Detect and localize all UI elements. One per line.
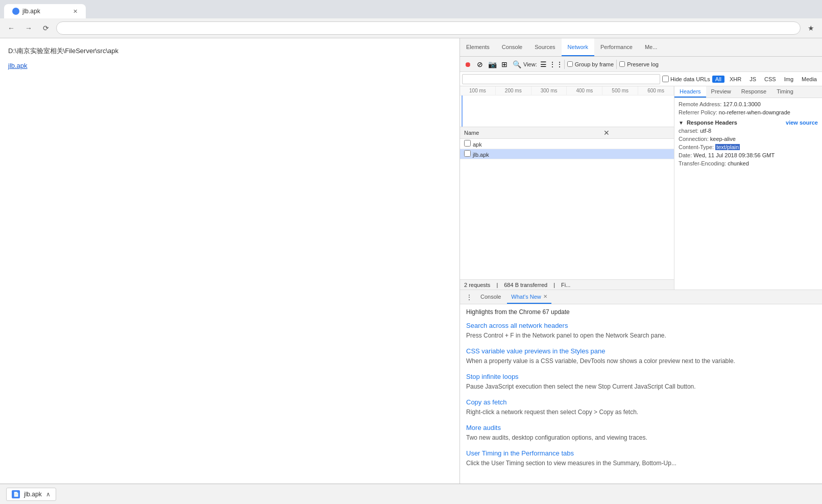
headers-content: Remote Address: 127.0.0.1:3000 Referrer … — [674, 98, 822, 172]
preserve-log-checkbox-group: Preserve log — [619, 61, 659, 67]
download-file-icon: 📄 — [12, 490, 20, 498]
bottom-menu-button[interactable]: ⋮ — [464, 292, 474, 302]
camera-button[interactable]: 📷 — [487, 59, 498, 70]
close-panel-button[interactable]: ✕ — [601, 129, 612, 137]
tab-timing[interactable]: Timing — [771, 86, 799, 98]
devtools-tab-bar: Elements Console Sources Network Perform… — [460, 38, 822, 57]
tab-sources[interactable]: Sources — [528, 38, 561, 56]
forward-button[interactable]: → — [21, 21, 36, 35]
filter-js-button[interactable]: JS — [746, 76, 759, 83]
whats-new-item-2: CSS variable value previews in the Style… — [466, 347, 816, 366]
bookmark-button[interactable]: ★ — [804, 21, 818, 35]
filter-bar: Hide data URLs All XHR JS CSS Img Media — [460, 72, 822, 86]
timeline-blue-line — [462, 95, 463, 127]
content-type-row: Content-Type: text/plain — [679, 144, 818, 150]
tab-network[interactable]: Network — [562, 38, 594, 56]
record-button[interactable]: ⏺ — [462, 59, 473, 70]
filter-input[interactable] — [462, 74, 660, 84]
tab-more[interactable]: Me... — [639, 38, 663, 56]
active-tab[interactable]: jlb.apk ✕ — [4, 4, 86, 18]
browser-chrome: jlb.apk ✕ ← → ⟳ 127.0.0.1:3000/apk ★ — [0, 0, 822, 38]
name-column-header: Name — [460, 127, 597, 139]
stop-button[interactable]: ⊘ — [474, 59, 486, 70]
date-key: Date: — [679, 152, 693, 158]
search-button[interactable]: 🔍 — [511, 59, 522, 70]
filter-button[interactable]: ⊞ — [499, 59, 510, 70]
network-right: Headers Preview Response Timing Remote A… — [674, 86, 822, 290]
charset-key: charset: — [679, 128, 700, 134]
hide-data-urls-group: Hide data URLs — [662, 76, 710, 82]
filter-media-button[interactable]: Media — [799, 76, 820, 83]
list-view-button[interactable]: ☰ — [538, 59, 549, 70]
whats-new-close-icon[interactable]: ✕ — [543, 294, 547, 299]
hide-data-urls-checkbox[interactable] — [662, 76, 669, 82]
transfer-encoding-value: chunked — [728, 160, 749, 166]
referrer-policy-value: no-referrer-when-downgrade — [719, 109, 790, 115]
whats-new-item-1-title[interactable]: Search across all network headers — [466, 322, 816, 329]
whats-new-item-6: User Timing in the Performance tabs Clic… — [466, 449, 816, 468]
whats-new-item-4: Copy as fetch Right-click a network requ… — [466, 398, 816, 417]
download-filename: jlb.apk — [24, 491, 42, 498]
status-fi: Fi... — [561, 282, 570, 288]
download-item[interactable]: 📄 jlb.apk ∧ — [6, 488, 56, 501]
bottom-tabs: ⋮ Console What's New ✕ — [460, 290, 822, 304]
tab-console[interactable]: Console — [496, 38, 528, 56]
content-type-value: text/plain — [715, 144, 740, 150]
connection-value: keep-alive — [710, 136, 736, 142]
whats-new-item-3-desc: Pause JavaScript execution then select t… — [466, 382, 816, 391]
charset-value: utf-8 — [700, 128, 711, 134]
address-input[interactable]: 127.0.0.1:3000/apk — [56, 21, 801, 35]
tab-close-button[interactable]: ✕ — [73, 8, 78, 15]
table-row-selected[interactable]: jlb.apk — [460, 149, 674, 159]
whats-new-item-4-title[interactable]: Copy as fetch — [466, 398, 816, 406]
request-name-apk: apk — [460, 139, 597, 149]
whats-new-item-5-desc: Two new audits, desktop configuration op… — [466, 433, 816, 442]
timeline-marker-200: 200 ms — [496, 86, 531, 95]
tab-elements[interactable]: Elements — [460, 38, 496, 56]
table-row[interactable]: apk — [460, 139, 674, 149]
row-checkbox-apk[interactable] — [464, 140, 471, 147]
devtools-panel: Elements Console Sources Network Perform… — [460, 38, 822, 484]
timeline-bar-area — [460, 95, 674, 127]
tab-console-bottom[interactable]: Console — [476, 290, 505, 304]
whats-new-item-2-title[interactable]: CSS variable value previews in the Style… — [466, 347, 816, 355]
content-type-key: Content-Type: — [679, 144, 715, 150]
whats-new-item-5-title[interactable]: More audits — [466, 424, 816, 431]
charset-row: charset: utf-8 — [679, 128, 818, 134]
network-toolbar: ⏺ ⊘ 📷 ⊞ 🔍 View: ☰ ⋮⋮ Group by frame Pres… — [460, 57, 822, 72]
response-headers-title[interactable]: ▼ Response Headers view source — [679, 119, 818, 126]
whats-new-item-5: More audits Two new audits, desktop conf… — [466, 424, 816, 442]
tab-whats-new[interactable]: What's New ✕ — [507, 290, 551, 304]
response-headers-label: Response Headers — [687, 119, 737, 126]
filter-img-button[interactable]: Img — [781, 76, 796, 83]
status-divider2: | — [553, 282, 555, 288]
connection-row: Connection: keep-alive — [679, 136, 818, 142]
whats-new-item-3-title[interactable]: Stop infinite loops — [466, 373, 816, 380]
download-chevron-icon[interactable]: ∧ — [46, 491, 51, 498]
group-by-frame-checkbox[interactable] — [567, 61, 573, 67]
back-button[interactable]: ← — [4, 21, 18, 35]
whats-new-item-6-title[interactable]: User Timing in the Performance tabs — [466, 449, 816, 457]
reload-button[interactable]: ⟳ — [39, 21, 53, 35]
whats-new-item-3: Stop infinite loops Pause JavaScript exe… — [466, 373, 816, 391]
tab-preview[interactable]: Preview — [706, 86, 736, 98]
filter-xhr-button[interactable]: XHR — [727, 76, 744, 83]
status-divider: | — [496, 282, 498, 288]
tab-headers[interactable]: Headers — [674, 86, 706, 98]
remote-address-key: Remote Address: — [679, 101, 723, 107]
tab-response[interactable]: Response — [736, 86, 772, 98]
tab-performance[interactable]: Performance — [594, 38, 639, 56]
transferred-size: 684 B transferred — [504, 282, 547, 288]
page-link[interactable]: jlb.apk — [8, 62, 28, 69]
filter-css-button[interactable]: CSS — [761, 76, 779, 83]
timeline-marker-100: 100 ms — [460, 86, 496, 95]
row-cell-2-jlb — [597, 149, 674, 159]
date-row: Date: Wed, 11 Jul 2018 09:38:56 GMT — [679, 152, 818, 158]
grid-view-button[interactable]: ⋮⋮ — [550, 59, 562, 70]
preserve-log-checkbox[interactable] — [619, 61, 625, 67]
bottom-panel: ⋮ Console What's New ✕ Highlights from t… — [460, 290, 822, 484]
filter-all-button[interactable]: All — [712, 76, 724, 83]
timeline-area: 100 ms 200 ms 300 ms 400 ms 500 ms 600 m… — [460, 86, 674, 127]
row-checkbox-jlb[interactable] — [464, 150, 471, 157]
view-source-link[interactable]: view source — [786, 119, 818, 126]
